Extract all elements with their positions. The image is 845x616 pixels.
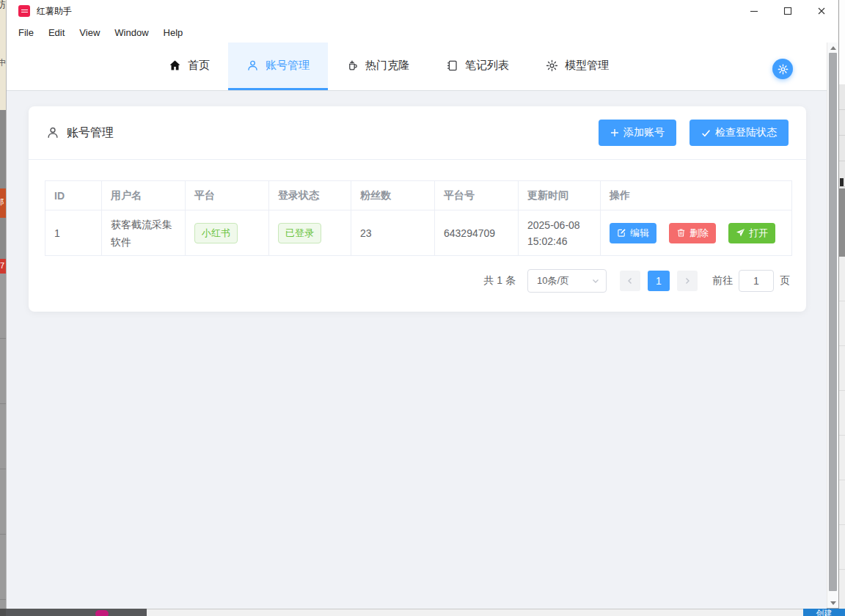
tab-hot-clone[interactable]: 热门克隆 xyxy=(328,43,428,90)
close-icon xyxy=(817,7,826,15)
col-platform: 平台 xyxy=(186,181,269,210)
col-username: 用户名 xyxy=(102,181,186,210)
window-scrollbar[interactable] xyxy=(827,43,838,608)
col-id: ID xyxy=(45,181,102,210)
page-size-select[interactable]: 10条/页 xyxy=(527,269,607,293)
background-window-right xyxy=(839,0,845,609)
platform-tag: 小红书 xyxy=(194,223,238,243)
total-count: 共 1 条 xyxy=(483,274,516,287)
tab-accounts[interactable]: 账号管理 xyxy=(228,43,328,90)
scrollbar-down-icon[interactable] xyxy=(827,598,838,608)
chevron-left-icon xyxy=(626,276,634,285)
cell-updated: 2025-06-08 15:02:46 xyxy=(519,210,601,256)
table-row: 1 获客截流采集软件 小红书 已登录 23 643294709 202 xyxy=(45,210,792,256)
menubar: File Edit View Window Help xyxy=(7,22,838,43)
check-icon xyxy=(701,128,711,138)
plus-icon xyxy=(610,128,619,137)
hot-drink-icon xyxy=(346,59,359,72)
user-icon xyxy=(46,126,59,139)
window-controls xyxy=(737,0,838,22)
col-login-status: 登录状态 xyxy=(269,181,351,210)
background-accent-dot xyxy=(95,610,109,616)
background-left-char-top: 彷 xyxy=(0,0,6,11)
cell-username: 获客截流采集软件 xyxy=(102,210,186,256)
prev-page-button[interactable] xyxy=(620,271,640,291)
tab-accounts-label: 账号管理 xyxy=(266,59,310,73)
trash-icon xyxy=(676,228,686,238)
add-account-button[interactable]: 添加账号 xyxy=(599,120,676,146)
tab-hot-clone-label: 热门克隆 xyxy=(365,59,409,73)
cell-login-status: 已登录 xyxy=(269,210,351,256)
tab-notes-label: 笔记列表 xyxy=(465,59,509,73)
close-button[interactable] xyxy=(805,0,838,22)
pagination: 共 1 条 10条/页 1 前往 页 xyxy=(45,269,790,293)
home-icon xyxy=(169,59,181,72)
content-area: 账号管理 添加账号 检查登陆状态 xyxy=(7,91,827,609)
edit-icon xyxy=(617,228,626,238)
background-taskbar xyxy=(0,609,147,616)
next-page-button[interactable] xyxy=(677,271,698,291)
app-title: 红薯助手 xyxy=(37,5,72,18)
background-left-red-block: 7 xyxy=(0,259,6,274)
tab-models-label: 模型管理 xyxy=(565,59,609,73)
cell-platform-id: 643294709 xyxy=(435,210,519,256)
menu-help[interactable]: Help xyxy=(156,27,191,38)
account-management-card: 账号管理 添加账号 检查登陆状态 xyxy=(29,106,806,312)
navbar: 首页 账号管理 热门克隆 笔记列表 xyxy=(7,43,827,91)
card-body: ID 用户名 平台 登录状态 粉丝数 平台号 更新时间 操作 1 xyxy=(29,160,806,312)
minimize-icon xyxy=(750,7,758,15)
col-actions: 操作 xyxy=(601,181,792,210)
settings-fab-button[interactable] xyxy=(772,59,793,79)
col-platform-id: 平台号 xyxy=(435,181,519,210)
settings-gear-icon xyxy=(778,64,789,75)
cell-platform: 小红书 xyxy=(186,210,269,256)
app-window: 红薯助手 File Edit View Window Help 首页 xyxy=(6,0,839,609)
maximize-button[interactable] xyxy=(771,0,805,22)
send-icon xyxy=(736,228,745,238)
goto-label: 前往 xyxy=(712,274,733,287)
cell-followers: 23 xyxy=(351,210,435,256)
background-create-button[interactable]: 创建 xyxy=(803,609,845,616)
cell-actions: 编辑 删除 打开 xyxy=(601,210,792,256)
updated-time: 15:02:46 xyxy=(527,233,594,249)
tab-home[interactable]: 首页 xyxy=(150,43,228,90)
updated-date: 2025-06-08 xyxy=(527,217,594,233)
scrollbar-up-icon[interactable] xyxy=(827,43,838,53)
user-icon xyxy=(246,59,259,72)
cell-id: 1 xyxy=(45,210,102,256)
card-header: 账号管理 添加账号 检查登陆状态 xyxy=(29,106,806,159)
menu-edit[interactable]: Edit xyxy=(41,27,72,38)
check-login-status-button[interactable]: 检查登陆状态 xyxy=(689,120,789,146)
edit-button[interactable]: 编辑 xyxy=(610,223,656,243)
minimize-button[interactable] xyxy=(737,0,771,22)
login-status-badge: 已登录 xyxy=(278,223,321,243)
background-window-bottom: 创建 xyxy=(0,609,845,616)
delete-button[interactable]: 删除 xyxy=(669,223,716,243)
goto-page-input[interactable] xyxy=(739,270,774,292)
chevron-down-icon xyxy=(591,276,600,285)
menu-file[interactable]: File xyxy=(11,27,41,38)
goto-unit: 页 xyxy=(780,274,790,287)
notebook-icon xyxy=(446,59,458,72)
table-header-row: ID 用户名 平台 登录状态 粉丝数 平台号 更新时间 操作 xyxy=(45,181,792,210)
open-button[interactable]: 打开 xyxy=(728,223,775,243)
chevron-right-icon xyxy=(683,276,692,285)
current-page-button[interactable]: 1 xyxy=(648,271,670,291)
tab-notes[interactable]: 笔记列表 xyxy=(428,43,527,90)
maximize-icon xyxy=(783,7,792,15)
col-updated: 更新时间 xyxy=(519,181,601,210)
background-window-left: 彷 中 阝 7 xyxy=(0,0,6,616)
col-followers: 粉丝数 xyxy=(351,181,435,210)
page-title: 账号管理 xyxy=(67,125,114,141)
menu-window[interactable]: Window xyxy=(107,27,156,38)
titlebar: 红薯助手 xyxy=(7,0,838,22)
tab-home-label: 首页 xyxy=(188,59,210,73)
accounts-table: ID 用户名 平台 登录状态 粉丝数 平台号 更新时间 操作 1 xyxy=(45,180,792,256)
gear-icon xyxy=(546,59,558,72)
menu-view[interactable]: View xyxy=(72,27,107,38)
tab-models[interactable]: 模型管理 xyxy=(527,43,627,90)
background-left-orange-block: 阝 xyxy=(0,188,6,218)
background-strip xyxy=(147,609,803,616)
scrollbar-thumb[interactable] xyxy=(829,53,837,591)
background-left-char-mid: 中 xyxy=(0,57,6,68)
